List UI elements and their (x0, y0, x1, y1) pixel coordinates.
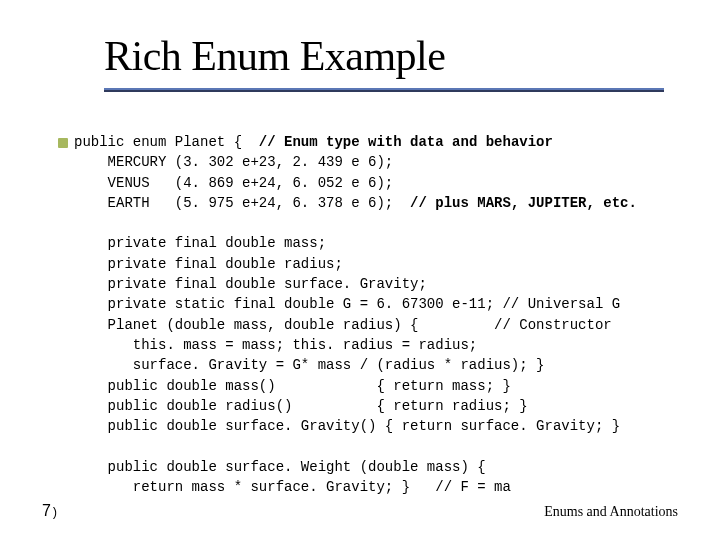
code-line: EARTH (5. 975 e+24, 6. 378 e 6); (74, 195, 410, 211)
code-line: public enum Planet { (74, 134, 259, 150)
code-line: surface. Gravity = G* mass / (radius * r… (74, 357, 544, 373)
code-blank (74, 215, 82, 231)
code-comment: // plus MARS, JUPITER, etc. (410, 195, 637, 211)
page-number-value: 7 (42, 502, 51, 519)
code-line: private final double radius; (74, 256, 343, 272)
code-blank (74, 438, 82, 454)
code-line: private static final double G = 6. 67300… (74, 296, 620, 312)
code-line: Planet (double mass, double radius) { //… (74, 317, 612, 333)
slide: Rich Enum Example public enum Planet { /… (0, 0, 720, 540)
code-line: private final double surface. Gravity; (74, 276, 427, 292)
code-line: VENUS (4. 869 e+24, 6. 052 e 6); (74, 175, 393, 191)
code-comment: // Enum type with data and behavior (259, 134, 553, 150)
code-line: MERCURY (3. 302 e+23, 2. 439 e 6); (74, 154, 393, 170)
title-underline (104, 88, 664, 92)
page-number: 7) (42, 502, 58, 520)
code-line: public double surface. Weight (double ma… (74, 459, 486, 475)
code-block: public enum Planet { // Enum type with d… (74, 132, 678, 497)
bullet-icon (58, 138, 68, 148)
code-line: private final double mass; (74, 235, 326, 251)
code-line: return mass * surface. Gravity; } // F =… (74, 479, 511, 495)
code-line: public double mass() { return mass; } (74, 378, 511, 394)
slide-title: Rich Enum Example (104, 34, 678, 78)
footer-text: Enums and Annotations (544, 504, 678, 520)
code-line: public double surface. Gravity() { retur… (74, 418, 620, 434)
code-line: this. mass = mass; this. radius = radius… (74, 337, 477, 353)
title-block: Rich Enum Example (104, 34, 678, 92)
page-number-paren: ) (51, 506, 58, 520)
code-line: public double radius() { return radius; … (74, 398, 528, 414)
